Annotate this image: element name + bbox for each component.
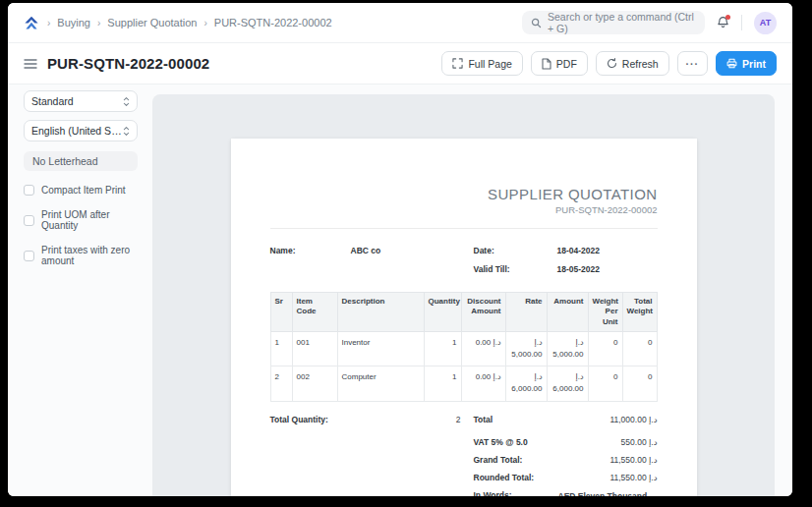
rounded-total-value: 11,550.00 د.إ [609, 473, 657, 482]
toolbar-actions: Full Page PDF Refresh ·· [441, 51, 777, 76]
in-words-row: In Words: AED Eleven Thousand, Five Hund… [474, 490, 658, 496]
cell-rate: د.إ 6,000.00 [505, 366, 547, 401]
language-select[interactable]: English (United States) [24, 120, 138, 141]
breadcrumb-separator: › [97, 18, 100, 28]
erpnext-logo-icon[interactable] [24, 16, 39, 30]
cell-rate: د.إ 5,000.00 [505, 332, 547, 366]
currency-symbol: د.إ [551, 371, 584, 383]
checkbox-label: Print taxes with zero amount [41, 245, 138, 266]
search-input[interactable]: Search or type a command (Ctrl + G) [522, 11, 705, 34]
name-value: ABC co [351, 246, 381, 283]
notification-dot [725, 15, 730, 20]
cell-description: Inventor [337, 332, 424, 366]
select-chevrons-icon [123, 96, 130, 107]
notifications-bell-icon[interactable] [717, 16, 729, 29]
print-label: Print [742, 58, 766, 70]
sidebar-toggle-menu-icon[interactable] [24, 58, 37, 70]
navbar-left: › Buying › Supplier Quotation › PUR-SQTN… [24, 16, 332, 30]
print-preview-area[interactable]: SUPPLIER QUOTATION PUR-SQTN-2022-00002 N… [152, 94, 775, 496]
refresh-button[interactable]: Refresh [596, 51, 669, 76]
grand-total-row: Grand Total: 11,550.00 د.إ [474, 455, 658, 465]
currency-symbol: د.إ [510, 337, 543, 349]
vat-row: VAT 5% @ 5.0 550.00 د.إ [474, 437, 658, 447]
col-weight-per-unit: Weight Per Unit [588, 293, 622, 332]
name-label: Name: [270, 246, 351, 283]
letterhead-field[interactable]: No Letterhead [24, 151, 138, 171]
vat-label: VAT 5% @ 5.0 [474, 437, 528, 447]
table-row: 1 001 Inventor 1 0.00 د.إ د.إ 5,000.00 د… [270, 332, 657, 366]
valid-till-field: Valid Till: 18-05-2022 [474, 264, 658, 274]
date-field: Date: 18-04-2022 [474, 246, 658, 255]
full-page-label: Full Page [468, 58, 511, 70]
checkbox-label: Print UOM after Quantity [41, 209, 138, 231]
toolbar-left: PUR-SQTN-2022-00002 [24, 55, 209, 72]
compact-item-print-checkbox-row[interactable]: Compact Item Print [24, 185, 138, 196]
navbar-right: Search or type a command (Ctrl + G) AT [522, 11, 777, 34]
language-value: English (United States) [31, 125, 123, 137]
name-field: Name: ABC co [270, 246, 474, 283]
checkbox-icon[interactable] [24, 215, 34, 226]
user-avatar[interactable]: AT [754, 12, 777, 34]
print-toolbar: PUR-SQTN-2022-00002 Full Page PDF [8, 43, 792, 84]
rounded-total-label: Rounded Total: [474, 473, 535, 482]
search-icon [531, 18, 542, 28]
currency-symbol: د.إ [551, 337, 584, 349]
checkbox-icon[interactable] [24, 251, 34, 261]
cell-total-weight: 0 [622, 366, 657, 401]
table-header-row: Sr Item Code Description Quantity Discou… [270, 293, 657, 332]
cell-weight-per-unit: 0 [588, 332, 622, 366]
full-page-icon [452, 58, 463, 69]
pdf-file-icon [542, 58, 551, 70]
checkbox-label: Compact Item Print [41, 185, 126, 196]
more-actions-button[interactable]: ··· [677, 51, 709, 76]
cell-sr: 2 [270, 366, 292, 401]
totals-list: Total 11,000.00 د.إ VAT 5% @ 5.0 550.00 … [474, 415, 658, 496]
print-format-select[interactable]: Standard [24, 90, 138, 112]
col-item-code: Item Code [292, 293, 337, 332]
col-description: Description [337, 293, 424, 332]
print-settings-sidebar: Standard English (United States) No Lett… [8, 84, 152, 496]
print-taxes-zero-amount-checkbox-row[interactable]: Print taxes with zero amount [24, 245, 138, 266]
refresh-icon [607, 58, 617, 69]
title-divider [270, 228, 658, 229]
grand-total-value: 11,550.00 د.إ [609, 455, 657, 465]
navbar-divider [741, 15, 742, 30]
breadcrumb-separator: › [47, 18, 50, 28]
grand-total-label: Grand Total: [474, 455, 523, 465]
valid-till-label: Valid Till: [474, 264, 557, 274]
cell-quantity: 1 [424, 366, 461, 401]
print-format-value: Standard [31, 95, 74, 107]
print-uom-after-quantity-checkbox-row[interactable]: Print UOM after Quantity [24, 209, 138, 231]
col-sr: Sr [270, 293, 292, 332]
total-quantity-label: Total Quantity: [270, 415, 328, 496]
cell-discount: 0.00 د.إ [461, 366, 505, 401]
pdf-label: PDF [556, 58, 577, 70]
breadcrumb-supplier-quotation[interactable]: Supplier Quotation [107, 17, 197, 28]
pdf-button[interactable]: PDF [531, 51, 588, 76]
valid-till-value: 18-05-2022 [557, 264, 600, 274]
cell-amount: د.إ 5,000.00 [547, 332, 588, 366]
breadcrumb-buying[interactable]: Buying [57, 17, 90, 28]
navbar: › Buying › Supplier Quotation › PUR-SQTN… [8, 3, 792, 43]
full-page-button[interactable]: Full Page [441, 51, 522, 76]
refresh-label: Refresh [622, 58, 659, 70]
cell-description: Computer [337, 366, 424, 401]
document-fields: Name: ABC co Date: 18-04-2022 Valid Till… [270, 246, 658, 283]
cell-weight-per-unit: 0 [588, 366, 622, 401]
page-title: PUR-SQTN-2022-00002 [47, 55, 209, 72]
date-label: Date: [474, 246, 557, 255]
document-subtitle: PUR-SQTN-2022-00002 [270, 204, 658, 215]
total-label: Total [474, 415, 493, 424]
breadcrumb-separator: › [203, 18, 206, 28]
search-placeholder: Search or type a command (Ctrl + G) [548, 11, 696, 34]
cell-item-code: 002 [292, 366, 337, 401]
print-button[interactable]: Print [716, 51, 777, 76]
checkbox-icon[interactable] [24, 185, 34, 196]
amount-value: 5,000.00 [551, 349, 584, 361]
breadcrumb-current-doc[interactable]: PUR-SQTN-2022-00002 [214, 17, 332, 28]
printer-icon [726, 58, 737, 69]
cell-amount: د.إ 6,000.00 [547, 366, 588, 401]
rounded-total-row: Rounded Total: 11,550.00 د.إ [474, 473, 658, 482]
date-value: 18-04-2022 [557, 246, 600, 255]
vat-value: 550.00 د.إ [621, 437, 658, 447]
